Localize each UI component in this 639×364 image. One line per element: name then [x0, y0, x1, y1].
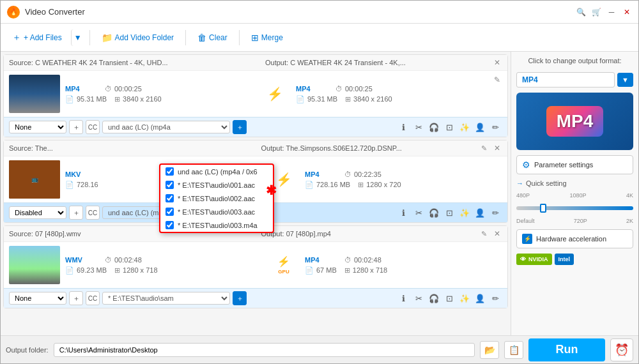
action-icons-3: ℹ ✂ 🎧 ⊡ ✨ 👤 ✏: [396, 291, 502, 305]
alarm-button[interactable]: ⏰: [610, 338, 633, 361]
dropdown-check-3[interactable]: [166, 208, 174, 216]
close-file-3[interactable]: ✕: [492, 229, 502, 239]
dropdown-item-1[interactable]: * E:\TEST\audio\001.aac: [160, 178, 273, 192]
format-button[interactable]: MP4: [516, 72, 615, 87]
dropdown-item-0[interactable]: und aac (LC) (mp4a / 0x6: [160, 165, 273, 178]
res-val-1: 3840 x 2160: [123, 95, 162, 103]
subtitle-select-2[interactable]: Disabled: [9, 206, 66, 219]
source-label-1: Source: C WEATHER 4K 24 Transient - 4K, …: [9, 59, 231, 66]
action-icons-1: ℹ ✂ 🎧 ⊡ ✨ 👤 ✏: [396, 120, 502, 134]
add-files-dropdown[interactable]: ▼: [71, 29, 84, 46]
audio-select-1[interactable]: und aac (LC) (mp4a: [102, 121, 230, 133]
clear-button[interactable]: 🗑 Clear: [191, 29, 234, 47]
convert-arrow-2: ⚡: [276, 172, 292, 187]
audio-icon-3[interactable]: 🎧: [427, 291, 441, 305]
output-path-input[interactable]: [54, 343, 475, 357]
copy-button[interactable]: 📋: [504, 341, 523, 359]
run-button[interactable]: Run: [528, 338, 605, 361]
cut-icon-2[interactable]: ✂: [412, 206, 426, 220]
dropdown-check-0[interactable]: [166, 167, 174, 176]
minimize-button[interactable]: ─: [606, 7, 617, 17]
add-folder-label: Add Video Folder: [115, 33, 174, 42]
watermark-icon-2[interactable]: 👤: [473, 206, 487, 220]
out-size-row-3: 📄 67 MB ⊞ 1280 x 718: [305, 266, 502, 275]
out-clock-icon-3: ⏱: [344, 256, 351, 264]
close-file-1[interactable]: ✕: [492, 57, 502, 68]
add-audio-1[interactable]: ＋: [233, 120, 247, 134]
out-duration-1: ⏱ 00:00:25: [335, 85, 373, 93]
open-folder-button[interactable]: 📂: [480, 341, 499, 359]
intel-badge[interactable]: Intel: [555, 254, 574, 265]
subtitle-select-1[interactable]: None: [9, 121, 66, 133]
subtitle-icon-1[interactable]: ✏: [488, 120, 502, 134]
dropdown-check-1[interactable]: [166, 181, 174, 189]
info-icon-2[interactable]: ℹ: [396, 206, 410, 220]
format-selector: MP4 ▼: [516, 72, 633, 87]
add-audio-3[interactable]: ＋: [233, 291, 247, 305]
add-subtitle-1[interactable]: ＋: [69, 120, 83, 134]
dropdown-item-2[interactable]: * E:\TEST\audio\002.aac: [160, 192, 273, 205]
out-res-icon-2: ⊞: [358, 181, 364, 189]
cc-btn-1[interactable]: CC: [86, 120, 100, 134]
quality-slider[interactable]: [516, 206, 633, 210]
hardware-acceleration-button[interactable]: ⚡ Hardware acceleration: [516, 229, 633, 248]
toolbar-divider-3: [239, 30, 240, 45]
thumb-simpsons: 📺: [9, 160, 60, 199]
cut-icon-1[interactable]: ✂: [412, 120, 426, 134]
output-format-1: MP4: [296, 85, 328, 93]
subtitle-select-3[interactable]: None: [9, 292, 66, 305]
edit-icon-2[interactable]: ✎: [481, 144, 487, 153]
audio-icon-1[interactable]: 🎧: [427, 120, 441, 134]
intel-label: Intel: [558, 256, 571, 262]
out-file-icon-1: 📄: [296, 95, 305, 103]
out-res-meta-1: ⊞ 3840 x 2160: [345, 95, 392, 103]
format-dropdown-arrow[interactable]: ▼: [617, 73, 633, 87]
out-format-row-3: MP4 ⏱ 00:02:48: [305, 256, 502, 264]
title-bar-left: 🔥 Video Converter: [7, 6, 85, 19]
crop-icon-2[interactable]: ⊡: [442, 206, 456, 220]
add-folder-button[interactable]: 📁 Add Video Folder: [95, 29, 181, 47]
out-res-icon-3: ⊞: [344, 266, 350, 275]
dropdown-item-4[interactable]: * E:\TEST\audio\003.m4a: [160, 218, 273, 232]
search-icon[interactable]: 🔍: [576, 7, 586, 17]
dropdown-item-3[interactable]: * E:\TEST\audio\003.aac: [160, 205, 273, 218]
subtitle-icon-2[interactable]: ✏: [488, 206, 502, 220]
subtitle-icon-3[interactable]: ✏: [488, 291, 502, 305]
info-icon-1[interactable]: ℹ: [396, 120, 410, 134]
cart-icon[interactable]: 🛒: [591, 7, 601, 17]
output-label-1: Output: C WEATHER 4K 24 Transient - 4K,.…: [265, 59, 487, 66]
gpu-label: GPU: [278, 269, 289, 275]
add-subtitle-3[interactable]: ＋: [69, 291, 83, 305]
watermark-icon-3[interactable]: 👤: [473, 291, 487, 305]
watermark-icon-1[interactable]: 👤: [473, 120, 487, 134]
file-icon-1: 📄: [65, 95, 74, 103]
close-file-2[interactable]: ✕: [492, 143, 502, 153]
quick-setting-label: Quick setting: [516, 179, 633, 187]
cut-icon-3[interactable]: ✂: [412, 291, 426, 305]
audio-icon-2[interactable]: 🎧: [427, 206, 441, 220]
crop-icon-3[interactable]: ⊡: [442, 291, 456, 305]
add-files-button[interactable]: ＋ + Add Files: [6, 28, 68, 47]
param-settings-button[interactable]: ⚙ Parameter settings: [516, 155, 633, 174]
app-icon: 🔥: [7, 6, 20, 19]
audio-select-3[interactable]: * E:\TEST\audio\sam: [102, 292, 230, 305]
effect-icon-2[interactable]: ✨: [458, 206, 472, 220]
right-panel: Click to change output format: MP4 ▼ MP4…: [511, 52, 638, 335]
merge-button[interactable]: ⊞ Merge: [245, 29, 289, 47]
cc-btn-3[interactable]: CC: [86, 291, 100, 305]
close-button[interactable]: ✕: [622, 7, 632, 17]
dropdown-check-4[interactable]: [166, 221, 174, 229]
effect-icon-1[interactable]: ✨: [458, 120, 472, 134]
effect-icon-3[interactable]: ✨: [458, 291, 472, 305]
control-row-1: None ＋ CC und aac (LC) (mp4a ＋ ℹ ✂ 🎧 ⊡ ✨: [4, 117, 507, 137]
close-output-1[interactable]: ✎: [492, 75, 502, 85]
edit-icon-3[interactable]: ✎: [481, 230, 487, 238]
cc-btn-2[interactable]: CC: [86, 206, 100, 220]
info-icon-3[interactable]: ℹ: [396, 291, 410, 305]
dropdown-check-2[interactable]: [166, 194, 174, 202]
add-subtitle-2[interactable]: ＋: [69, 206, 83, 220]
nvidia-badge[interactable]: 👁 NVIDIA: [516, 254, 552, 265]
quality-thumb[interactable]: [540, 204, 546, 213]
crop-icon-1[interactable]: ⊡: [442, 120, 456, 134]
res-icon-3: ⊞: [114, 266, 120, 275]
